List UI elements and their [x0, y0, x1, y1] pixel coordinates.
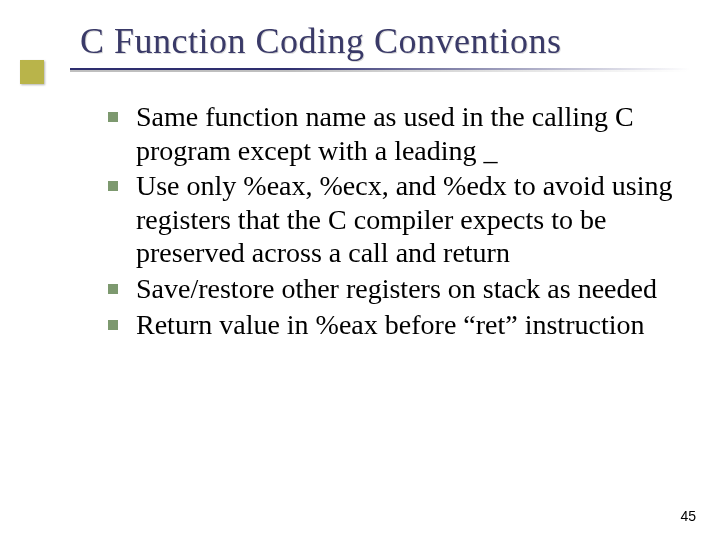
square-bullet-icon [108, 284, 118, 294]
list-item: Same function name as used in the callin… [108, 100, 698, 167]
underline-shadow [70, 70, 690, 72]
bullet-list: Same function name as used in the callin… [108, 100, 698, 343]
title-underline [70, 68, 690, 72]
list-item: Use only %eax, %ecx, and %edx to avoid u… [108, 169, 698, 270]
slide-title: C Function Coding Conventions [80, 22, 690, 62]
title-accent-square [20, 60, 44, 84]
slide: C Function Coding Conventions Same funct… [0, 0, 720, 540]
title-container: C Function Coding Conventions [80, 22, 690, 62]
square-bullet-icon [108, 112, 118, 122]
list-item: Return value in %eax before “ret” instru… [108, 308, 698, 342]
bullet-text: Save/restore other registers on stack as… [136, 272, 698, 306]
bullet-text: Same function name as used in the callin… [136, 100, 698, 167]
bullet-text: Use only %eax, %ecx, and %edx to avoid u… [136, 169, 698, 270]
square-bullet-icon [108, 181, 118, 191]
list-item: Save/restore other registers on stack as… [108, 272, 698, 306]
page-number: 45 [680, 508, 696, 524]
bullet-text: Return value in %eax before “ret” instru… [136, 308, 698, 342]
square-bullet-icon [108, 320, 118, 330]
